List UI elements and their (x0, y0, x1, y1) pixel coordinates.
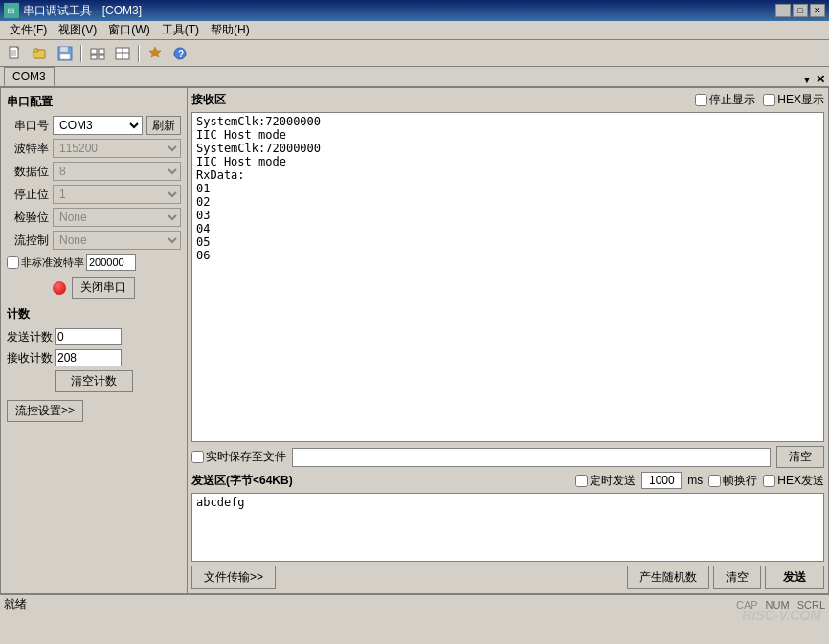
menu-bar: 文件(F) 视图(V) 窗口(W) 工具(T) 帮助(H) (0, 21, 829, 40)
timed-send-input[interactable] (641, 472, 682, 489)
menu-window[interactable]: 窗口(W) (102, 20, 155, 40)
svg-rect-10 (60, 54, 70, 59)
send-actions: 文件传输>> 产生随机数 清空 发送 (191, 566, 824, 589)
parity-select[interactable]: None (53, 208, 181, 227)
hex-display-checkbox[interactable] (763, 94, 775, 106)
toolbar-new[interactable] (4, 43, 27, 64)
toolbar-btn5[interactable] (111, 43, 134, 64)
parity-label: 检验位 (7, 210, 49, 226)
save-file-checkbox[interactable] (191, 451, 204, 463)
port-row: 串口号 COM3 刷新 (7, 116, 181, 135)
clear-receive-button[interactable]: 清空 (776, 446, 824, 468)
databits-label: 数据位 (7, 164, 49, 180)
toolbar-help[interactable]: ? (168, 43, 191, 64)
svg-text:?: ? (178, 49, 184, 59)
port-action-row: 关闭串口 (7, 277, 181, 299)
nonstandard-label: 非标准波特率 (21, 255, 84, 270)
scrl-indicator: SCRL (797, 599, 825, 611)
receive-title: 接收区 (191, 92, 226, 108)
hex-send-option[interactable]: HEX发送 (763, 473, 824, 489)
menu-help[interactable]: 帮助(H) (205, 20, 256, 40)
main-content: 串口配置 串口号 COM3 刷新 波特率 115200 数据位 8 停止位 1 (0, 87, 829, 594)
baud-label: 波特率 (7, 141, 49, 157)
timed-send-unit: ms (687, 474, 703, 487)
menu-tools[interactable]: 工具(T) (156, 20, 205, 40)
nonstandard-row: 非标准波特率 (7, 254, 181, 271)
frame-swap-checkbox[interactable] (708, 475, 721, 487)
maximize-button[interactable]: □ (793, 4, 808, 17)
send-count-row: 发送计数 (7, 328, 181, 345)
baud-select[interactable]: 115200 (53, 139, 181, 158)
receive-header: 接收区 停止显示 HEX显示 (191, 92, 824, 108)
tab-label: COM3 (12, 70, 46, 83)
toolbar-btn4[interactable] (86, 43, 109, 64)
stopbits-select[interactable]: 1 (53, 185, 181, 204)
close-button[interactable]: ✕ (810, 4, 825, 17)
port-select[interactable]: COM3 (53, 116, 143, 135)
recv-count-row: 接收计数 (7, 349, 181, 366)
title-bar: 串 串口调试工具 - [COM3] ─ □ ✕ (0, 0, 829, 21)
minimize-button[interactable]: ─ (775, 4, 791, 17)
svg-rect-12 (99, 49, 104, 54)
toolbar-settings[interactable] (144, 43, 167, 64)
clear-send-button[interactable]: 清空 (713, 566, 761, 589)
hex-display-option[interactable]: HEX显示 (763, 92, 824, 108)
stop-display-label: 停止显示 (709, 92, 755, 108)
recv-count-input[interactable] (55, 349, 122, 366)
send-header: 发送区(字节<64KB) 定时发送 ms 帧换行 HEX发送 (191, 472, 824, 489)
status-bar: 就绪 CAP NUM SCRL (0, 594, 829, 613)
num-indicator: NUM (766, 599, 790, 611)
stop-display-checkbox[interactable] (695, 94, 707, 106)
count-title: 计数 (7, 306, 181, 322)
flow-label: 流控制 (7, 233, 49, 249)
svg-rect-11 (91, 49, 97, 54)
timed-send-checkbox[interactable] (575, 475, 588, 487)
timed-send-label: 定时发送 (590, 473, 636, 489)
hex-send-checkbox[interactable] (763, 475, 775, 487)
send-count-input[interactable] (55, 328, 122, 345)
send-textarea[interactable]: abcdefg (191, 493, 824, 562)
save-file-path[interactable] (292, 448, 771, 467)
status-text: 就绪 (4, 596, 27, 612)
tab-arrow[interactable]: ▼ (802, 75, 812, 85)
tab-com3[interactable]: COM3 (4, 67, 55, 86)
flow-select[interactable]: None (53, 231, 181, 250)
nonstandard-checkbox[interactable] (7, 256, 19, 269)
frame-swap-option[interactable]: 帧换行 (708, 473, 757, 489)
receive-textarea[interactable]: SystemClk:72000000 IIC Host mode SystemC… (191, 112, 824, 442)
send-left: 文件传输>> (191, 566, 276, 589)
flow-settings-button[interactable]: 流控设置>> (7, 400, 83, 422)
save-file-option[interactable]: 实时保存至文件 (191, 449, 286, 465)
random-data-button[interactable]: 产生随机数 (627, 566, 709, 589)
send-right: 产生随机数 清空 发送 (627, 566, 824, 589)
toolbar-sep-2 (138, 45, 140, 62)
nonstandard-input[interactable] (86, 254, 136, 271)
file-transfer-button[interactable]: 文件传输>> (191, 566, 276, 589)
svg-text:串: 串 (7, 7, 15, 16)
menu-view[interactable]: 视图(V) (53, 20, 102, 40)
clear-count-button[interactable]: 清空计数 (55, 370, 133, 392)
serial-config-title: 串口配置 (7, 94, 181, 110)
close-port-button[interactable]: 关闭串口 (72, 277, 135, 299)
stopbits-label: 停止位 (7, 187, 49, 203)
app-icon: 串 (4, 3, 19, 18)
refresh-button[interactable]: 刷新 (146, 116, 181, 135)
send-title: 发送区(字节<64KB) (191, 473, 293, 489)
svg-rect-9 (60, 47, 68, 52)
svg-rect-14 (99, 55, 104, 59)
send-count-label: 发送计数 (7, 329, 55, 345)
send-options: 定时发送 ms 帧换行 HEX发送 (575, 472, 824, 489)
baud-row: 波特率 115200 (7, 139, 181, 158)
tab-close-x[interactable]: ✕ (816, 73, 825, 86)
toolbar-open[interactable] (29, 43, 52, 64)
databits-row: 数据位 8 (7, 162, 181, 181)
menu-file[interactable]: 文件(F) (4, 20, 53, 40)
toolbar-save[interactable] (54, 43, 77, 64)
left-panel: 串口配置 串口号 COM3 刷新 波特率 115200 数据位 8 停止位 1 (1, 88, 188, 593)
frame-swap-label: 帧换行 (723, 473, 757, 489)
databits-select[interactable]: 8 (53, 162, 181, 181)
timed-send-option[interactable]: 定时发送 (575, 473, 636, 489)
stop-display-option[interactable]: 停止显示 (695, 92, 755, 108)
save-file-row: 实时保存至文件 清空 (191, 446, 824, 468)
send-button[interactable]: 发送 (765, 566, 824, 589)
